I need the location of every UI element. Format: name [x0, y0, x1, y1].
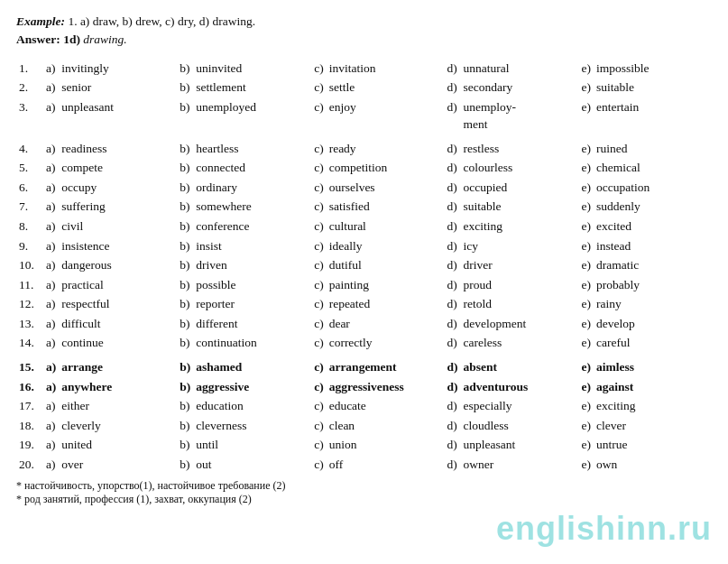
col-letter-a: a) — [43, 396, 59, 416]
table-row: 7.a)sufferingb)somewherec)satisfiedd)sui… — [16, 197, 712, 217]
col-word-b: possible — [193, 275, 311, 295]
col-letter-d: d) — [445, 396, 461, 416]
row-num: 14. — [16, 333, 43, 353]
col-letter-d: d) — [445, 294, 461, 314]
col-letter-c: c) — [311, 236, 327, 256]
col-letter-e: e) — [579, 197, 594, 217]
col-letter-d: d) — [445, 217, 461, 236]
col-word-e: own — [594, 455, 712, 475]
col-letter-e: e) — [579, 158, 594, 178]
col-letter-d: d) — [445, 158, 461, 178]
col-word-d: owner — [461, 455, 579, 475]
col-word-b: cleverness — [193, 416, 311, 436]
col-letter-b: b) — [177, 78, 193, 97]
col-word-a: cleverly — [59, 416, 177, 436]
col-letter-a: a) — [43, 236, 59, 256]
col-letter-c: c) — [311, 178, 327, 198]
col-word-c: off — [327, 455, 445, 475]
col-letter-e: e) — [579, 59, 594, 79]
col-letter-b: b) — [177, 314, 193, 334]
col-word-a: invitingly — [59, 59, 177, 79]
table-row: 16.a)anywhereb)aggressivec)aggressivenes… — [16, 377, 712, 397]
col-letter-a: a) — [43, 455, 59, 475]
col-word-d: restless — [461, 139, 579, 159]
col-letter-b: b) — [177, 236, 193, 256]
col-letter-c: c) — [311, 275, 327, 295]
col-word-c: ourselves — [327, 178, 445, 198]
col-letter-e: e) — [579, 97, 594, 134]
col-letter-d: d) — [445, 139, 461, 159]
col-letter-a: a) — [43, 416, 59, 436]
col-letter-d: d) — [445, 78, 461, 97]
col-word-d: proud — [461, 275, 579, 295]
col-word-b: unemployed — [193, 97, 311, 134]
col-letter-e: e) — [579, 294, 594, 314]
col-word-a: senior — [59, 78, 177, 97]
col-word-c: satisfied — [327, 197, 445, 217]
table-row: 20.a)overb)outc)offd)ownere)own — [16, 455, 712, 475]
col-letter-a: a) — [43, 275, 59, 295]
col-word-e: exciting — [594, 396, 712, 416]
table-row: 6.a)occupyb)ordinaryc)ourselvesd)occupie… — [16, 178, 712, 198]
col-word-d: retold — [461, 294, 579, 314]
col-letter-a: a) — [43, 255, 59, 275]
row-num: 7. — [16, 197, 43, 217]
col-word-e: chemical — [594, 158, 712, 178]
col-word-d: unemploy-ment — [461, 97, 579, 134]
col-word-b: until — [193, 435, 311, 455]
col-word-c: arrangement — [327, 357, 445, 377]
col-letter-d: d) — [445, 178, 461, 198]
col-word-e: careful — [594, 333, 712, 353]
col-word-a: continue — [59, 333, 177, 353]
col-word-b: different — [193, 314, 311, 334]
table-row: 8.a)civilb)conferencec)culturald)excitin… — [16, 217, 712, 236]
col-word-c: educate — [327, 396, 445, 416]
row-num: 6. — [16, 178, 43, 198]
col-word-c: ready — [327, 139, 445, 159]
col-letter-a: a) — [43, 59, 59, 79]
col-word-e: against — [594, 377, 712, 397]
col-letter-c: c) — [311, 59, 327, 79]
col-letter-c: c) — [311, 396, 327, 416]
col-word-a: anywhere — [59, 377, 177, 397]
answer-num: 1d) — [63, 32, 80, 46]
col-letter-b: b) — [177, 217, 193, 236]
col-letter-e: e) — [579, 78, 594, 97]
col-letter-a: a) — [43, 435, 59, 455]
col-word-c: correctly — [327, 333, 445, 353]
example-block: Example: 1. a) draw, b) drew, c) dry, d)… — [16, 13, 712, 50]
col-word-e: probably — [594, 275, 712, 295]
table-row: 1.a)invitinglyb)uninvitedc)invitationd)u… — [16, 59, 712, 79]
col-word-d: icy — [461, 236, 579, 256]
table-row: 19.a)unitedb)untilc)uniond)unpleasante)u… — [16, 435, 712, 455]
col-letter-e: e) — [579, 455, 594, 475]
col-word-d: secondary — [461, 78, 579, 97]
table-row: 12.a)respectfulb)reporterc)repeatedd)ret… — [16, 294, 712, 314]
col-letter-b: b) — [177, 396, 193, 416]
col-word-e: rainy — [594, 294, 712, 314]
row-num: 1. — [16, 59, 43, 79]
col-word-d: absent — [461, 357, 579, 377]
col-letter-e: e) — [579, 275, 594, 295]
col-letter-c: c) — [311, 455, 327, 475]
col-word-c: aggressiveness — [327, 377, 445, 397]
col-letter-b: b) — [177, 197, 193, 217]
col-word-b: connected — [193, 158, 311, 178]
col-letter-e: e) — [579, 178, 594, 198]
col-letter-c: c) — [311, 139, 327, 159]
col-letter-e: e) — [579, 435, 594, 455]
col-word-e: suddenly — [594, 197, 712, 217]
footnote-item: * настойчивость, упорство(1), настойчиво… — [16, 479, 712, 493]
col-word-b: reporter — [193, 294, 311, 314]
row-num: 17. — [16, 396, 43, 416]
row-num: 3. — [16, 97, 43, 134]
col-word-c: clean — [327, 416, 445, 436]
table-row: 14.a)continueb)continuationc)correctlyd)… — [16, 333, 712, 353]
table-row: 13.a)difficultb)differentc)deard)develop… — [16, 314, 712, 334]
col-word-a: dangerous — [59, 255, 177, 275]
col-word-d: especially — [461, 396, 579, 416]
col-letter-b: b) — [177, 255, 193, 275]
col-word-e: aimless — [594, 357, 712, 377]
col-word-a: insistence — [59, 236, 177, 256]
col-word-e: clever — [594, 416, 712, 436]
